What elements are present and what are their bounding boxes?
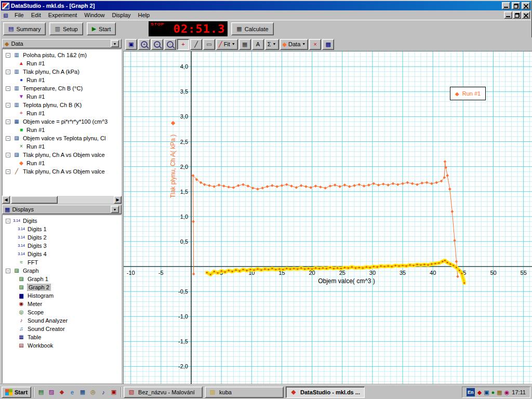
graph-window-icon[interactable]: ▧	[2, 12, 9, 19]
display-item-histogram[interactable]: ▆Histogram	[3, 291, 121, 300]
data-item-poloha-pistu-ch-1-2-m[interactable]: -▥Poloha pistu, Ch 1&2 (m)	[3, 51, 121, 59]
display-item-sound-analyzer[interactable]: ♪Sound Analyzer	[3, 316, 121, 325]
task-bez-n-zvu-malov-n[interactable]: ▧Bez_názvu - Malování	[124, 387, 203, 398]
calculator-button[interactable]: ▦	[239, 39, 251, 50]
text-button[interactable]: A	[252, 39, 264, 50]
tree-collapse-icon[interactable]: -	[6, 219, 10, 223]
tray-icon-1[interactable]: ◆	[477, 389, 482, 395]
display-item-fft[interactable]: ≈FFT	[3, 258, 121, 267]
data-dropdown[interactable]: ◆Data▼	[280, 39, 309, 50]
chevron-down-icon[interactable]: ▼	[302, 42, 305, 46]
quick-launch-7[interactable]: ♪	[99, 388, 108, 397]
zoom-in-button[interactable]: +	[138, 39, 150, 50]
child-close-button[interactable]	[522, 11, 530, 19]
tree-collapse-icon[interactable]: -	[6, 70, 10, 74]
quick-launch-8[interactable]: ▣	[109, 388, 118, 397]
scrollbar-track[interactable]	[10, 196, 114, 204]
scroll-left-button[interactable]: ◀	[2, 196, 10, 204]
scale-to-fit-button[interactable]: ▣	[125, 39, 137, 50]
display-item-digits[interactable]: -3.14Digits	[3, 217, 121, 225]
slope-tool-button[interactable]: ╱	[190, 39, 202, 50]
fit-dropdown[interactable]: ╱Fit▼	[216, 39, 238, 50]
display-item-graph-2[interactable]: ▨Graph 2	[3, 283, 121, 291]
scrollbar-thumb[interactable]	[11, 196, 58, 204]
display-item-digits-2[interactable]: 3.14Digits 2	[3, 233, 121, 242]
data-panel-dropdown-button[interactable]: ▼	[111, 40, 119, 47]
annotate-button[interactable]: ▭	[203, 39, 215, 50]
zoom-select-button[interactable]: ▫	[164, 39, 176, 50]
display-item-digits-1[interactable]: 3.14Digits 1	[3, 225, 121, 233]
display-item-digits-4[interactable]: 3.14Digits 4	[3, 250, 121, 258]
scroll-right-button[interactable]: ▶	[114, 196, 122, 204]
start-button[interactable]: Start	[2, 387, 31, 398]
data-tree-hscrollbar[interactable]: ◀ ▶	[2, 196, 122, 204]
data-run-objem-valce-pi-r-r-y-100-cm-3[interactable]: ■Run #1	[3, 126, 121, 134]
tree-collapse-icon[interactable]: -	[6, 86, 10, 91]
quick-launch-6[interactable]: ◎	[88, 388, 98, 397]
data-item-tlak-plynu-ch-a-vs-objem-valce[interactable]: -▨Tlak plynu, Ch A vs Objem valce	[3, 151, 121, 159]
menu-item-edit[interactable]: Edit	[28, 10, 45, 20]
displays-panel-dropdown-button[interactable]: ▼	[111, 206, 119, 213]
quick-launch-3[interactable]: ◆	[57, 388, 66, 397]
start-button-toolbar[interactable]: ▶ Start	[87, 22, 116, 35]
menu-item-file[interactable]: File	[11, 10, 28, 20]
quick-launch-1[interactable]: ▤	[36, 388, 46, 397]
setup-button[interactable]: ▥ Setup	[49, 22, 83, 35]
data-item-tlak-plynu-ch-a-vs-objem-valce[interactable]: -╱Tlak plynu, Ch A vs Objem valce	[3, 167, 121, 176]
graph-settings-button[interactable]: ▩	[322, 39, 334, 50]
data-run-teplota-plynu-ch-b-k[interactable]: +Run #1	[3, 109, 121, 117]
menu-item-display[interactable]: Display	[108, 10, 134, 20]
restore-button[interactable]	[512, 2, 520, 9]
tree-collapse-icon[interactable]: -	[6, 103, 10, 108]
tree-collapse-icon[interactable]: -	[6, 169, 10, 174]
quick-launch-4[interactable]: e	[68, 388, 77, 397]
menu-item-help[interactable]: Help	[135, 10, 154, 20]
graph-legend[interactable]: ◆ Run #1	[450, 87, 486, 100]
data-run-temperature-ch-b-c[interactable]: ▼Run #1	[3, 92, 121, 101]
data-run-tlak-plynu-ch-a-vs-objem-valce[interactable]: ◆Run #1	[3, 159, 121, 167]
displays-panel-header[interactable]: ▦ Displays ▼	[2, 205, 122, 214]
data-item-teplota-plynu-ch-b-k[interactable]: -▥Teplota plynu, Ch B (K)	[3, 101, 121, 109]
task-datastudio-mkl-ds[interactable]: ◆DataStudio - mkl.ds ...	[286, 387, 365, 398]
display-item-sound-creator[interactable]: ♫Sound Creator	[3, 325, 121, 333]
graph-canvas[interactable]: -10-55101520253035404550554,03,53,02,52,…	[124, 51, 532, 384]
data-item-temperature-ch-b-c[interactable]: -▥Temperature, Ch B (°C)	[3, 84, 121, 92]
data-item-tlak-plynu-ch-a-kpa[interactable]: -▥Tlak plynu, Ch A (kPa)	[3, 68, 121, 76]
data-item-objem-valce-vs-teplota-plynu-cl[interactable]: -▨Objem valce vs Teplota plynu, Cl	[3, 134, 121, 142]
close-button[interactable]	[522, 2, 530, 9]
display-item-scope[interactable]: ◎Scope	[3, 308, 121, 316]
display-item-table[interactable]: ▦Table	[3, 333, 121, 341]
tree-collapse-icon[interactable]: -	[6, 269, 10, 273]
smart-tool-button[interactable]: +	[177, 39, 189, 50]
data-item-objem-valce-pi-r-r-y-100-cm-3[interactable]: -▦Objem valce = pi*r*r*y*100 (cm^3	[3, 117, 121, 126]
minimize-button[interactable]	[502, 2, 510, 9]
tray-icon-2[interactable]: ▣	[484, 389, 489, 395]
display-item-digits-3[interactable]: 3.14Digits 3	[3, 242, 121, 250]
child-restore-button[interactable]	[513, 11, 521, 19]
task-kuba[interactable]: ▨kuba	[205, 387, 284, 398]
child-minimize-button[interactable]	[504, 11, 512, 19]
tray-icon-5[interactable]: ◉	[504, 389, 510, 395]
data-run-tlak-plynu-ch-a-kpa[interactable]: ●Run #1	[3, 76, 121, 84]
data-run-poloha-pistu-ch-1-2-m[interactable]: ▲Run #1	[3, 59, 121, 68]
chevron-down-icon[interactable]: ▼	[273, 42, 276, 46]
quick-launch-5[interactable]: ▦	[78, 388, 87, 397]
tree-collapse-icon[interactable]: -	[6, 53, 10, 58]
display-item-workbook[interactable]: ▤Workbook	[3, 341, 121, 350]
calculate-button[interactable]: ▦ Calculate	[231, 22, 273, 35]
menu-item-experiment[interactable]: Experiment	[45, 10, 81, 20]
display-item-graph[interactable]: -▨Graph	[3, 267, 121, 275]
language-indicator[interactable]: En	[467, 388, 475, 396]
summary-button[interactable]: ▤ Summary	[3, 22, 46, 35]
zoom-out-button[interactable]: −	[151, 39, 163, 50]
menu-item-window[interactable]: Window	[81, 10, 108, 20]
tray-icon-3[interactable]: ●	[491, 389, 495, 395]
chevron-down-icon[interactable]: ▼	[232, 42, 235, 46]
data-panel-header[interactable]: ◆ Data ▼	[2, 39, 122, 48]
tray-icon-4[interactable]: ▦	[497, 389, 502, 395]
display-item-graph-1[interactable]: ▨Graph 1	[3, 275, 121, 283]
tree-collapse-icon[interactable]: -	[6, 153, 10, 157]
remove-button[interactable]: ×	[309, 39, 321, 50]
tree-collapse-icon[interactable]: -	[6, 136, 10, 141]
data-run-objem-valce-vs-teplota-plynu-cl[interactable]: ×Run #1	[3, 142, 121, 151]
